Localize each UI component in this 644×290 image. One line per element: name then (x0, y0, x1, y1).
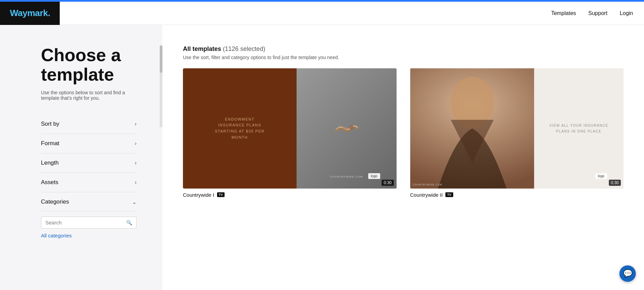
search-icon: 🔍 (126, 220, 132, 225)
filter-sort-by[interactable]: Sort by › (41, 114, 137, 134)
sidebar: Choose a template Use the options below … (0, 25, 157, 290)
template-name-1: Countrywide I TV (183, 192, 397, 198)
thumb-1-left: ENDOWMENT INSURANCE PLANS STARTING AT $3… (183, 68, 297, 189)
thumb-2-url: COUNTRYWIDE.COM (413, 183, 442, 186)
thumb-url-1: COUNTRYWIDE.COM (297, 175, 397, 178)
results-header: All templates (1126 selected) Use the so… (183, 45, 624, 60)
handshake-icon (333, 120, 360, 137)
thumb-1-text: ENDOWMENT INSURANCE PLANS STARTING AT $3… (215, 116, 265, 140)
nav-templates[interactable]: Templates (551, 10, 576, 16)
chat-icon: 💬 (623, 269, 632, 278)
thumb-2-right: VIEW ALL YOUR INSURANCE PLANS IN ONE PLA… (534, 68, 624, 189)
categories-label: Categories (41, 198, 69, 205)
filter-format-label: Format (41, 140, 59, 147)
scrollbar-thumb[interactable] (160, 45, 162, 73)
scrollbar-track[interactable] (160, 45, 162, 127)
filter-assets-label: Assets (41, 179, 58, 186)
main-container: Choose a template Use the options below … (0, 25, 644, 290)
template-name-2: Countrywide II TV (410, 192, 624, 198)
filter-sort-by-label: Sort by (41, 121, 59, 127)
logo-text: Waymark. (10, 8, 50, 18)
categories-section: Categories ⌄ 🔍 All categories (41, 192, 137, 238)
page-subtitle: Use the options below to sort and find a… (41, 90, 137, 101)
handshake-visual (297, 68, 397, 189)
template-thumb-2: COUNTRYWIDE.COM VIEW ALL YOUR INSURANCE … (410, 68, 624, 189)
thumb-2-text: VIEW ALL YOUR INSURANCE PLANS IN ONE PLA… (549, 123, 608, 134)
results-title: All templates (1126 selected) (183, 45, 624, 53)
nav-login[interactable]: Login (620, 10, 633, 16)
categories-header[interactable]: Categories ⌄ (41, 198, 137, 211)
all-categories-link[interactable]: All categories (41, 233, 137, 238)
header-nav: Templates Support Login (551, 10, 633, 16)
woman-illustration (410, 68, 534, 189)
filter-length[interactable]: Length › (41, 153, 137, 173)
chevron-right-icon: › (135, 179, 137, 185)
chevron-right-icon: › (135, 140, 137, 147)
thumb-logo-2: logo (595, 173, 607, 179)
header: Waymark. Templates Support Login (0, 2, 644, 25)
template-thumb-1: ENDOWMENT INSURANCE PLANS STARTING AT $3… (183, 68, 397, 189)
categories-search-box: 🔍 (41, 217, 137, 229)
categories-search-input[interactable] (45, 220, 126, 225)
chat-button[interactable]: 💬 (619, 265, 636, 282)
filter-section: Sort by › Format › Length › Assets › (41, 114, 137, 238)
filter-length-label: Length (41, 160, 59, 166)
thumb-1-right: logo COUNTRYWIDE.COM 0:30 (297, 68, 397, 189)
results-count: (1126 selected) (223, 45, 265, 52)
template-grid: ENDOWMENT INSURANCE PLANS STARTING AT $3… (183, 68, 624, 198)
woman-figure: COUNTRYWIDE.COM (410, 68, 534, 189)
filter-format[interactable]: Format › (41, 134, 137, 153)
tv-badge-2: TV (445, 192, 453, 197)
nav-support[interactable]: Support (588, 10, 607, 16)
chevron-right-icon: › (135, 160, 137, 166)
results-subtitle: Use the sort, filter and category option… (183, 55, 624, 60)
results-title-text: All templates (183, 45, 221, 52)
thumb-duration-2: 0:30 (609, 180, 621, 186)
svg-point-1 (349, 125, 354, 129)
thumb-duration-1: 0:30 (382, 180, 393, 186)
template-card-countrywide-2[interactable]: COUNTRYWIDE.COM VIEW ALL YOUR INSURANCE … (410, 68, 624, 198)
filter-assets[interactable]: Assets › (41, 173, 137, 192)
logo[interactable]: Waymark. (0, 2, 60, 25)
page-title: Choose a template (41, 45, 137, 84)
svg-point-0 (343, 126, 347, 130)
thumb-2-left: COUNTRYWIDE.COM (410, 68, 534, 189)
tv-badge-1: TV (217, 192, 225, 197)
chevron-right-icon: › (135, 121, 137, 127)
chevron-down-icon: ⌄ (132, 199, 137, 205)
content-area: All templates (1126 selected) Use the so… (162, 25, 644, 290)
template-card-countrywide-1[interactable]: ENDOWMENT INSURANCE PLANS STARTING AT $3… (183, 68, 397, 198)
